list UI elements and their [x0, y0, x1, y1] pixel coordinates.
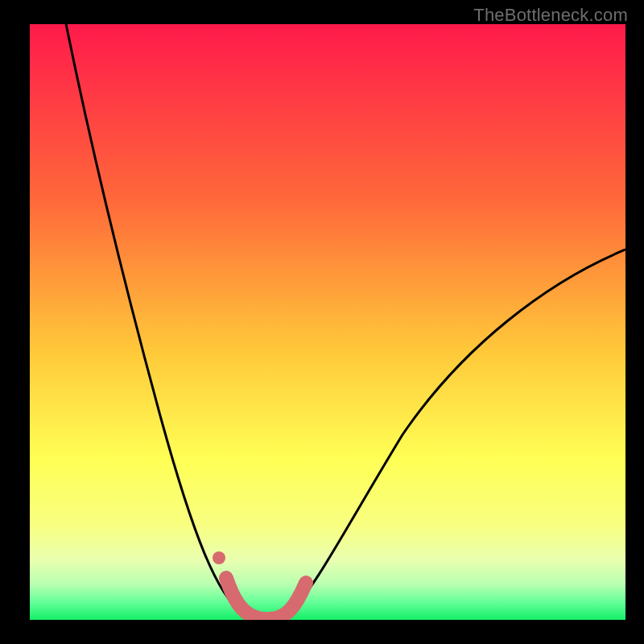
plot-background — [30, 24, 625, 620]
highlight-dot — [213, 551, 225, 564]
watermark-text: TheBottleneck.com — [473, 5, 628, 26]
chart-frame: TheBottleneck.com — [0, 0, 644, 644]
bottleneck-chart — [0, 0, 644, 644]
